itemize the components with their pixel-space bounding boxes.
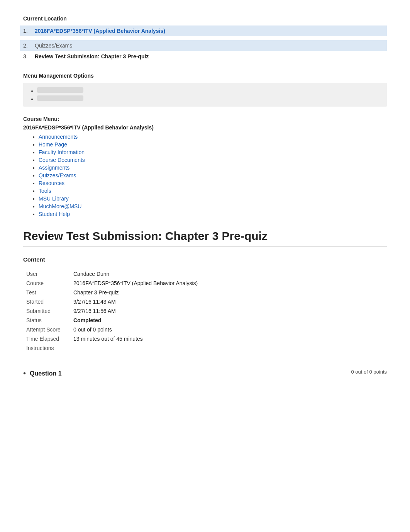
instructions-value — [71, 344, 386, 352]
breadcrumb-item-3: 3. Review Test Submission: Chapter 3 Pre… — [23, 52, 387, 61]
breadcrumb-text-2: Quizzes/Exams — [35, 42, 72, 49]
content-row-status: Status Completed — [24, 316, 386, 325]
content-row-course: Course 2016FA*EDSP*356*ITV (Applied Beha… — [24, 279, 386, 287]
content-row-score: Attempt Score 0 out of 0 points — [24, 325, 386, 334]
score-value: 0 out of 0 points — [71, 325, 386, 334]
breadcrumb-num-2: 2. — [23, 42, 35, 49]
question-1-section: • Question 1 0 out of 0 points — [23, 365, 387, 378]
content-area: Content User Candace Dunn Course 2016FA*… — [23, 256, 387, 378]
blurred-option-2 — [37, 95, 83, 101]
test-value: Chapter 3 Pre-quiz — [71, 288, 386, 297]
course-menu-link-resources[interactable]: Resources — [39, 180, 64, 186]
course-menu-link-tools[interactable]: Tools — [39, 188, 51, 194]
course-value: 2016FA*EDSP*356*ITV (Applied Behavior An… — [71, 279, 386, 287]
question-1-title: Question 1 — [30, 370, 62, 377]
status-value: Completed — [71, 316, 386, 325]
breadcrumb-item-2: 2. Quizzes/Exams — [20, 40, 387, 51]
course-menu-item-faculty[interactable]: Faculty Information — [39, 148, 387, 156]
started-value: 9/27/16 11:43 AM — [71, 297, 386, 306]
course-menu-item-homepage[interactable]: Home Page — [39, 141, 387, 148]
course-menu-item-tools[interactable]: Tools — [39, 187, 387, 195]
started-label: Started — [24, 297, 70, 306]
score-label: Attempt Score — [24, 325, 70, 334]
menu-management-item-1 — [37, 87, 381, 95]
course-menu-link-documents[interactable]: Course Documents — [39, 157, 85, 163]
course-menu-item-assignments[interactable]: Assignments — [39, 164, 387, 172]
time-label: Time Elapsed — [24, 335, 70, 343]
course-menu-link-muchmore[interactable]: MuchMore@MSU — [39, 203, 81, 209]
menu-management-options — [23, 83, 387, 107]
course-menu-list: Announcements Home Page Faculty Informat… — [23, 133, 387, 218]
menu-management-label: Menu Management Options — [23, 73, 387, 79]
course-menu-link-homepage[interactable]: Home Page — [39, 141, 67, 148]
course-menu-link-msu-library[interactable]: MSU Library — [39, 195, 69, 202]
course-label: Course — [24, 279, 70, 287]
breadcrumb-link-1[interactable]: 2016FA*EDSP*356*ITV (Applied Behavior An… — [35, 28, 165, 34]
course-menu-link-assignments[interactable]: Assignments — [39, 165, 69, 171]
question-1-header: • Question 1 0 out of 0 points — [23, 365, 387, 378]
user-value: Candace Dunn — [71, 270, 386, 278]
question-1-bullet: • — [23, 369, 26, 378]
status-label: Status — [24, 316, 70, 325]
page-title: Review Test Submission: Chapter 3 Pre-qu… — [23, 229, 387, 247]
breadcrumb-section: Current Location 1. 2016FA*EDSP*356*ITV … — [23, 15, 387, 61]
test-label: Test — [24, 288, 70, 297]
breadcrumb-num-1: 1. — [23, 28, 35, 34]
course-menu-link-student-help[interactable]: Student Help — [39, 211, 70, 217]
submitted-label: Submitted — [24, 307, 70, 315]
content-label: Content — [23, 256, 387, 263]
course-menu-name: 2016FA*EDSP*356*ITV (Applied Behavior An… — [23, 124, 387, 131]
content-table: User Candace Dunn Course 2016FA*EDSP*356… — [23, 269, 387, 353]
course-menu-item-resources[interactable]: Resources — [39, 179, 387, 187]
course-menu-item-quizzes[interactable]: Quizzes/Exams — [39, 172, 387, 179]
course-menu-item-announcements[interactable]: Announcements — [39, 133, 387, 141]
content-row-started: Started 9/27/16 11:43 AM — [24, 297, 386, 306]
menu-management-section: Menu Management Options — [23, 73, 387, 107]
course-menu-title: Course Menu: — [23, 116, 387, 122]
user-label: User — [24, 270, 70, 278]
menu-management-item-2 — [37, 95, 381, 103]
breadcrumb-num-3: 3. — [23, 53, 35, 59]
content-row-user: User Candace Dunn — [24, 270, 386, 278]
course-menu-link-announcements[interactable]: Announcements — [39, 134, 78, 140]
content-row-instructions: Instructions — [24, 344, 386, 352]
blurred-option-1 — [37, 87, 83, 93]
content-row-test: Test Chapter 3 Pre-quiz — [24, 288, 386, 297]
breadcrumb-item-1: 1. 2016FA*EDSP*356*ITV (Applied Behavior… — [20, 25, 387, 36]
course-menu-item-documents[interactable]: Course Documents — [39, 156, 387, 164]
submitted-value: 9/27/16 11:56 AM — [71, 307, 386, 315]
content-row-submitted: Submitted 9/27/16 11:56 AM — [24, 307, 386, 315]
current-location-label: Current Location — [23, 15, 387, 22]
breadcrumb-text-3: Review Test Submission: Chapter 3 Pre-qu… — [35, 53, 149, 59]
course-menu-item-msu-library[interactable]: MSU Library — [39, 195, 387, 202]
question-1-points: 0 out of 0 points — [351, 369, 387, 375]
time-value: 13 minutes out of 45 minutes — [71, 335, 386, 343]
course-menu-link-faculty[interactable]: Faculty Information — [39, 149, 85, 155]
course-menu-section: Course Menu: 2016FA*EDSP*356*ITV (Applie… — [23, 116, 387, 218]
menu-management-list — [29, 87, 381, 103]
course-menu-item-muchmore[interactable]: MuchMore@MSU — [39, 202, 387, 210]
content-row-time: Time Elapsed 13 minutes out of 45 minute… — [24, 335, 386, 343]
course-menu-link-quizzes[interactable]: Quizzes/Exams — [39, 172, 76, 178]
course-menu-item-student-help[interactable]: Student Help — [39, 210, 387, 218]
instructions-label: Instructions — [24, 344, 70, 352]
question-1-title-area: • Question 1 — [23, 369, 62, 378]
